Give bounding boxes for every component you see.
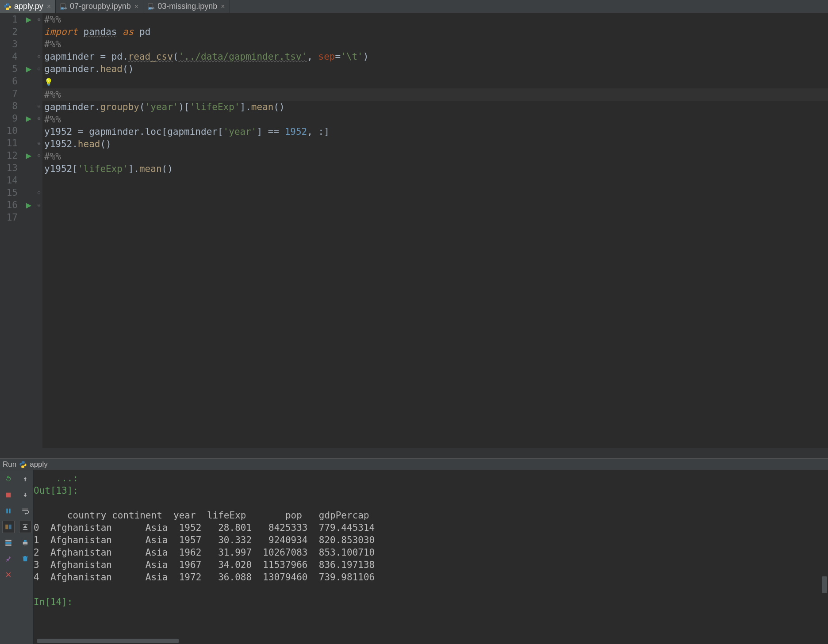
console-in-label: In[14]: (34, 597, 78, 607)
console-blank (34, 497, 828, 509)
run-cell-icon[interactable]: ▶ (22, 13, 35, 26)
tab-missing-ipynb[interactable]: IPNB 03-missing.ipynb × (143, 0, 230, 13)
svg-rect-12 (6, 509, 8, 514)
line-number: 10 (0, 125, 18, 137)
run-cell-icon[interactable]: ▶ (22, 199, 35, 211)
str-path: '../data/gapminder.tsv' (178, 51, 307, 62)
tab-label: 07-groupby.ipynb (70, 2, 131, 11)
tab-apply-py[interactable]: apply.py × (0, 0, 56, 13)
close-icon[interactable]: × (220, 3, 226, 11)
editor-tabbar: apply.py × IPNB 07-groupby.ipynb × IPNB … (0, 0, 828, 13)
close-icon[interactable]: × (46, 3, 52, 11)
scroll-to-end-icon[interactable] (19, 521, 31, 533)
svg-rect-16 (5, 540, 12, 541)
code-editor[interactable]: 1 2 3 4 5 6 7 8 9 10 11 12 13 14 15 16 1… (0, 13, 828, 448)
console-blank (34, 583, 828, 596)
fold-icon[interactable]: ⊖ (35, 149, 42, 162)
fold-gutter: ⊖ ⊖ ⊖ ⊖ ⊖ ⊖ ⊖ ⊖ ⊖ (35, 13, 42, 448)
console-out-label: Out[13]: (34, 485, 84, 496)
run-tool-window: Run apply ...: Out[13]: (0, 458, 828, 644)
fold-icon[interactable]: ⊖ (35, 100, 42, 112)
line-number: 1 (0, 13, 18, 26)
svg-rect-14 (5, 525, 8, 530)
pause-icon[interactable] (2, 505, 15, 517)
fold-icon[interactable]: ⊖ (35, 137, 42, 149)
fold-icon[interactable]: ⊖ (35, 187, 42, 199)
num-1952: 1952 (285, 126, 307, 137)
fn-head: head (100, 64, 123, 74)
run-title-name: apply (30, 460, 48, 469)
rerun-icon[interactable] (2, 473, 15, 485)
run-toolbar-primary (0, 470, 17, 644)
alias-pd: pd (139, 27, 150, 37)
svg-rect-18 (5, 545, 12, 546)
lightbulb-icon[interactable]: 💡 (44, 78, 53, 86)
cell-marker: #%% (44, 114, 61, 125)
console-cont: ...: (34, 472, 828, 484)
line-number: 5 (0, 63, 18, 75)
close-icon[interactable] (2, 568, 15, 581)
arrow-up-icon[interactable] (19, 473, 31, 485)
fold-icon[interactable]: ⊖ (35, 199, 42, 211)
run-title-prefix: Run (3, 460, 16, 469)
run-marker-gutter: ▶ ▶ ▶ ▶ ▶ (22, 13, 35, 448)
line-number: 7 (0, 88, 18, 100)
trash-icon[interactable] (19, 553, 31, 565)
line-number: 17 (0, 211, 18, 224)
str-sep: '\t' (341, 51, 363, 62)
svg-rect-15 (9, 525, 12, 530)
tab-label: 03-missing.ipynb (157, 2, 217, 11)
vertical-scrollbar[interactable] (822, 576, 827, 593)
line-number: 12 (0, 149, 18, 162)
module-pandas: pandas (84, 27, 117, 37)
fold-icon[interactable]: ⊖ (35, 112, 42, 125)
jupyter-file-icon: IPNB (147, 3, 155, 11)
run-cell-icon[interactable]: ▶ (22, 149, 35, 162)
line-number-gutter: 1 2 3 4 5 6 7 8 9 10 11 12 13 14 15 16 1… (0, 13, 22, 448)
code-area[interactable]: #%% import pandas as pd #%% gapminder = … (42, 13, 828, 448)
fold-icon[interactable]: ⊖ (35, 50, 42, 63)
run-cell-icon[interactable]: ▶ (22, 112, 35, 125)
kw-as: as (123, 27, 134, 37)
fn-mean: mean (139, 164, 162, 174)
line-number: 9 (0, 112, 18, 125)
svg-point-10 (24, 466, 25, 467)
layout-icon[interactable] (2, 537, 15, 549)
tab-label: apply.py (14, 2, 43, 11)
line-number: 2 (0, 26, 18, 38)
fn-head: head (78, 139, 100, 149)
python-file-icon (4, 3, 12, 11)
cell-marker: #%% (44, 39, 61, 50)
svg-rect-11 (6, 493, 11, 498)
kw-import: import (44, 27, 78, 37)
fold-icon[interactable]: ⊖ (35, 13, 42, 26)
line-number: 14 (0, 174, 18, 187)
svg-rect-17 (5, 542, 12, 544)
table-row: 3 Afghanistan Asia 1967 34.020 11537966 … (34, 559, 828, 571)
run-cell-icon[interactable]: ▶ (22, 63, 35, 75)
table-row: 1 Afghanistan Asia 1957 30.332 9240934 8… (34, 534, 828, 546)
close-icon[interactable]: × (134, 3, 139, 11)
svg-text:IPNB: IPNB (149, 7, 155, 10)
tab-groupby-ipynb[interactable]: IPNB 07-groupby.ipynb × (56, 0, 143, 13)
console-output[interactable]: ...: Out[13]: country continent year lif… (34, 470, 828, 644)
line-number: 6 (0, 75, 18, 88)
soft-wrap-icon[interactable] (19, 505, 31, 517)
svg-text:IPNB: IPNB (61, 7, 67, 10)
jupyter-file-icon: IPNB (59, 3, 67, 11)
line-number: 16 (0, 199, 18, 211)
pin-icon[interactable] (2, 553, 15, 565)
stop-icon[interactable] (2, 489, 15, 501)
fold-icon[interactable]: ⊖ (35, 63, 42, 75)
horizontal-scrollbar[interactable] (37, 639, 179, 643)
table-row: 2 Afghanistan Asia 1962 31.997 10267083 … (34, 546, 828, 559)
svg-point-1 (6, 4, 7, 4)
table-row: 0 Afghanistan Asia 1952 28.801 8425333 7… (34, 522, 828, 534)
arrow-down-icon[interactable] (19, 489, 31, 501)
svg-point-9 (22, 461, 23, 462)
line-number: 4 (0, 50, 18, 63)
svg-point-2 (8, 8, 9, 9)
print-icon[interactable] (19, 537, 31, 549)
variables-icon[interactable] (2, 521, 15, 533)
run-header[interactable]: Run apply (0, 459, 828, 470)
